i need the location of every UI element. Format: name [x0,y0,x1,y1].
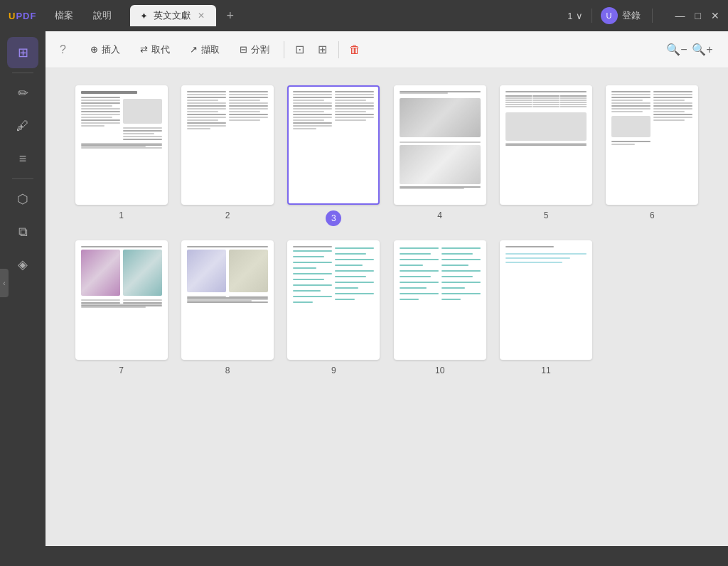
sidebar-icon-edit[interactable]: ✏ [7,78,38,109]
page-number-8: 8 [225,365,230,375]
menu-file[interactable]: 檔案 [48,6,80,25]
sidebar-collapse-handle[interactable]: ‹ [0,269,9,297]
zoom-in-button[interactable]: 🔍+ [691,38,714,61]
page-indicator[interactable]: 1 ∨ [567,11,582,21]
sidebar-icon-organize[interactable]: ≡ [7,143,38,174]
user-avatar: U [601,7,618,24]
page-thumb-4[interactable] [394,85,486,205]
sidebar-divider-2 [12,178,33,179]
page-item-7[interactable]: 7 [74,240,168,375]
page-expand-button[interactable]: ⊞ [311,38,334,61]
page-thumb-5[interactable] [500,85,592,205]
titlebar: UPDF 檔案 說明 ✦ 英文文獻 ✕ + 1 ∨ U 登錄 — □ ✕ [0,0,728,31]
selected-page-badge: 3 [326,210,341,226]
split-icon: ⊟ [240,44,247,55]
toolbar-right: 🔍− 🔍+ [665,38,714,61]
page-number-10: 10 [435,365,444,375]
tab-icon: ✦ [140,11,148,21]
split-button[interactable]: ⊟ 分割 [230,39,279,60]
replace-icon: ⇄ [140,44,148,55]
sidebar-icon-security[interactable]: ◈ [7,249,38,280]
delete-button[interactable]: 🗑 [343,38,366,61]
page-thumb-1[interactable] [75,85,168,205]
page-thumb-2[interactable] [181,85,274,205]
sidebar-icon-thumbnail[interactable]: ⊞ [7,37,38,68]
page-number-7: 7 [119,365,124,375]
toolbar-separator-1 [284,41,284,58]
app-logo: UPDF [9,11,36,21]
insert-button[interactable]: ⊕ 插入 [80,39,130,60]
extract-button[interactable]: ↗ 擷取 [180,39,230,60]
page-thumb-11[interactable] [500,240,592,360]
page-number-1: 1 [119,210,124,220]
page-item-6[interactable]: 6 [605,85,700,226]
page-shrink-button[interactable]: ⊡ [289,38,311,61]
page-number-4: 4 [437,210,442,220]
page-item-8[interactable]: 8 [180,240,274,375]
content-area: ? ⊕ 插入 ⇄ 取代 ↗ 擷取 ⊟ 分割 ⊡ ⊞ 🗑 🔍− [46,31,728,546]
extract-icon: ↗ [190,44,198,55]
tab-title: 英文文獻 [154,9,191,22]
close-button[interactable]: ✕ [711,11,719,21]
replace-label: 取代 [151,43,170,56]
replace-button[interactable]: ⇄ 取代 [130,39,180,60]
user-login-button[interactable]: U 登錄 [601,7,641,24]
titlebar-right: 1 ∨ U 登錄 — □ ✕ [567,7,719,24]
page-number-9: 9 [331,365,336,375]
pages-area: 1 [46,68,728,546]
tab-add-button[interactable]: + [222,9,238,23]
page-item-9[interactable]: 9 [287,240,381,375]
minimize-button[interactable]: — [675,11,685,21]
page-number-6: 6 [650,210,655,220]
page-number-11: 11 [541,365,550,375]
page-number-5: 5 [544,210,549,220]
page-item-11[interactable]: 11 [498,240,593,375]
maximize-button[interactable]: □ [695,11,701,21]
tab-bar: ✦ 英文文獻 ✕ + [130,5,562,26]
sidebar-icon-export[interactable]: ⬡ [7,183,38,215]
help-button[interactable]: ? [60,43,66,56]
main-area: ‹ ⊞ ✏ 🖋 ≡ ⬡ ⧉ ◈ ? ⊕ 插入 ⇄ 取代 ↗ 擷取 [0,31,728,546]
sidebar-icon-page[interactable]: ⧉ [7,216,38,247]
page-item-2[interactable]: 2 [180,85,274,226]
insert-label: 插入 [102,43,120,56]
page-thumb-10[interactable] [394,240,486,360]
page-thumb-3[interactable] [287,85,380,205]
page-thumb-6[interactable] [606,85,698,205]
page-item-4[interactable]: 4 [392,85,487,226]
toolbar-separator-2 [338,41,339,58]
window-controls: — □ ✕ [675,11,719,21]
extract-label: 擷取 [201,43,220,56]
sidebar-icon-comment[interactable]: 🖋 [7,110,38,142]
page-thumb-9[interactable] [287,240,380,360]
status-bar [0,546,728,566]
page-thumb-8[interactable] [181,240,274,360]
user-label: 登錄 [622,9,641,22]
zoom-out-button[interactable]: 🔍− [665,38,688,61]
page-number-3: 3 [326,210,341,226]
menu-help[interactable]: 說明 [86,6,119,25]
sidebar: ‹ ⊞ ✏ 🖋 ≡ ⬡ ⧉ ◈ [0,31,46,546]
page-number-2: 2 [225,210,230,220]
tab-document[interactable]: ✦ 英文文獻 ✕ [130,5,216,26]
pages-grid: 1 [74,85,700,375]
page-item-5[interactable]: 5 [498,85,593,226]
tab-close-button[interactable]: ✕ [196,11,206,21]
sidebar-divider-1 [12,73,33,73]
insert-icon: ⊕ [90,44,98,55]
page-item-10[interactable]: 10 [392,240,487,375]
page-item-1[interactable]: 1 [74,85,168,226]
page-thumb-7[interactable] [75,240,168,360]
toolbar: ? ⊕ 插入 ⇄ 取代 ↗ 擷取 ⊟ 分割 ⊡ ⊞ 🗑 🔍− [46,31,728,68]
split-label: 分割 [251,43,269,56]
page-item-3[interactable]: 3 [287,85,381,226]
